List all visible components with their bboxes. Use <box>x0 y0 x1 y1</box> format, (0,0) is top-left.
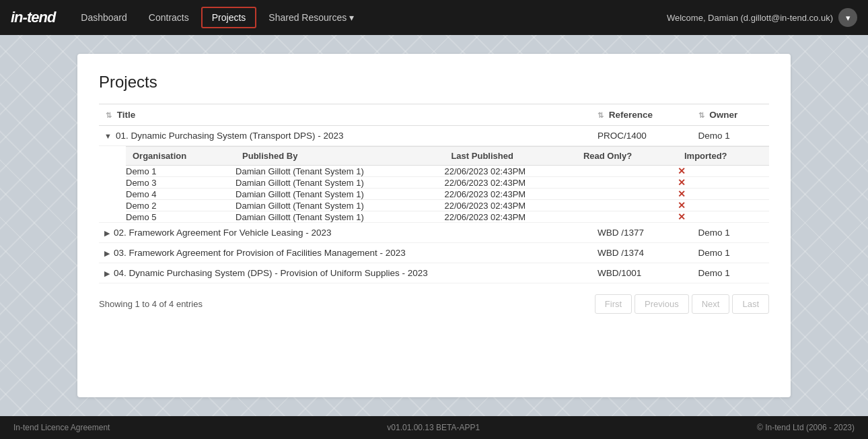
sub-table-row: Demo 2Damian Gillott (Tenant System 1)22… <box>126 200 769 211</box>
project-reference-cell: WBD /1377 <box>591 223 692 243</box>
project-row[interactable]: ▼01. Dynamic Purchasing System (Transpor… <box>99 126 769 146</box>
sub-imported: ✕ <box>678 200 769 211</box>
site-footer: In-tend Licence Agreement v01.01.00.13 B… <box>0 416 868 439</box>
sub-col-read-only: Read Only? <box>577 147 678 166</box>
sub-org: Demo 5 <box>126 211 236 223</box>
project-title-cell: ▶03. Framework Agreement for Provision o… <box>99 243 591 263</box>
sub-col-organisation: Organisation <box>126 147 236 166</box>
sub-published-by: Damian Gillott (Tenant System 1) <box>236 189 444 200</box>
footer-copyright: © In-tend Ltd (2006 - 2023) <box>757 423 855 432</box>
table-footer: Showing 1 to 4 of 4 entries First Previo… <box>99 294 769 314</box>
sub-published-by: Damian Gillott (Tenant System 1) <box>236 200 444 211</box>
sub-last-published: 22/06/2023 02:43PM <box>444 211 576 223</box>
sub-col-last-published: Last Published <box>444 147 576 166</box>
expanded-sub-table-cell: OrganisationPublished ByLast PublishedRe… <box>99 146 769 223</box>
sub-org: Demo 1 <box>126 166 236 177</box>
project-owner-cell: Demo 1 <box>692 243 769 263</box>
project-title-text: 02. Framework Agreement For Vehicle Leas… <box>114 228 331 238</box>
footer-version: v01.01.00.13 BETA-APP1 <box>387 423 480 432</box>
project-title-cell: ▶02. Framework Agreement For Vehicle Lea… <box>99 223 591 243</box>
project-reference-cell: WBD /1374 <box>591 243 692 263</box>
not-imported-icon: ✕ <box>678 189 686 199</box>
sort-icon-owner: ⇅ <box>698 111 704 119</box>
sort-icon-title: ⇅ <box>106 111 112 119</box>
project-owner-cell: Demo 1 <box>692 223 769 243</box>
nav-projects[interactable]: Projects <box>201 7 257 28</box>
not-imported-icon: ✕ <box>678 211 686 222</box>
welcome-text: Welcome, Damian (d.gillott@in-tend.co.uk… <box>667 13 833 23</box>
page-title: Projects <box>99 73 769 92</box>
project-title-text: 01. Dynamic Purchasing System (Transport… <box>116 131 344 141</box>
sub-read-only <box>577 189 678 200</box>
navbar: in-tend Dashboard Contracts Projects Sha… <box>0 0 868 35</box>
not-imported-icon: ✕ <box>678 177 686 188</box>
project-title-text: 04. Dynamic Purchasing System (DPS) - Pr… <box>114 268 428 278</box>
nav-shared-resources[interactable]: Shared Resources ▾ <box>259 8 363 27</box>
project-reference-cell: WBD/1001 <box>591 263 692 283</box>
project-title-cell: ▶04. Dynamic Purchasing System (DPS) - P… <box>99 263 591 283</box>
col-owner: ⇅ Owner <box>692 104 769 126</box>
col-reference: ⇅ Reference <box>591 104 692 126</box>
last-button[interactable]: Last <box>732 294 769 314</box>
footer-license[interactable]: In-tend Licence Agreement <box>13 423 110 432</box>
projects-card: Projects ⇅ Title ⇅ Reference ⇅ Owner <box>77 54 791 397</box>
sub-last-published: 22/06/2023 02:43PM <box>444 166 576 177</box>
next-button[interactable]: Next <box>692 294 730 314</box>
project-reference-cell: PROC/1400 <box>591 126 692 146</box>
sub-col-imported: Imported? <box>678 147 769 166</box>
nav-links: Dashboard Contracts Projects Shared Reso… <box>71 7 667 28</box>
project-row[interactable]: ▶03. Framework Agreement for Provision o… <box>99 243 769 263</box>
sub-table-row: Demo 3Damian Gillott (Tenant System 1)22… <box>126 177 769 189</box>
pagination: First Previous Next Last <box>595 294 769 314</box>
sub-imported: ✕ <box>678 211 769 223</box>
sub-table: OrganisationPublished ByLast PublishedRe… <box>126 146 769 222</box>
sub-imported: ✕ <box>678 177 769 189</box>
sub-last-published: 22/06/2023 02:43PM <box>444 189 576 200</box>
project-row[interactable]: ▶04. Dynamic Purchasing System (DPS) - P… <box>99 263 769 283</box>
previous-button[interactable]: Previous <box>635 294 689 314</box>
sub-last-published: 22/06/2023 02:43PM <box>444 200 576 211</box>
sub-published-by: Damian Gillott (Tenant System 1) <box>236 166 444 177</box>
expand-icon[interactable]: ▶ <box>104 249 110 257</box>
expand-icon[interactable]: ▶ <box>104 269 110 277</box>
sub-read-only <box>577 211 678 223</box>
project-row[interactable]: ▶02. Framework Agreement For Vehicle Lea… <box>99 223 769 243</box>
project-owner-cell: Demo 1 <box>692 126 769 146</box>
nav-right: Welcome, Damian (d.gillott@in-tend.co.uk… <box>667 8 857 27</box>
expanded-sub-table-row: OrganisationPublished ByLast PublishedRe… <box>99 146 769 223</box>
collapse-icon[interactable]: ▼ <box>104 132 112 140</box>
sub-table-row: Demo 4Damian Gillott (Tenant System 1)22… <box>126 189 769 200</box>
sub-org: Demo 3 <box>126 177 236 189</box>
col-title: ⇅ Title <box>99 104 591 126</box>
sub-read-only <box>577 177 678 189</box>
first-button[interactable]: First <box>595 294 632 314</box>
expand-icon[interactable]: ▶ <box>104 229 110 237</box>
nav-dashboard[interactable]: Dashboard <box>71 8 137 27</box>
showing-text: Showing 1 to 4 of 4 entries <box>99 299 203 309</box>
sub-read-only <box>577 200 678 211</box>
sub-imported: ✕ <box>678 166 769 177</box>
project-title-cell: ▼01. Dynamic Purchasing System (Transpor… <box>99 126 591 146</box>
projects-table: ⇅ Title ⇅ Reference ⇅ Owner ▼01. Dynamic… <box>99 104 769 283</box>
sub-imported: ✕ <box>678 189 769 200</box>
sort-icon-ref: ⇅ <box>598 111 604 119</box>
project-title-text: 03. Framework Agreement for Provision of… <box>114 248 406 258</box>
sub-published-by: Damian Gillott (Tenant System 1) <box>236 211 444 223</box>
sub-table-row: Demo 1Damian Gillott (Tenant System 1)22… <box>126 166 769 177</box>
nav-contracts[interactable]: Contracts <box>139 8 198 27</box>
not-imported-icon: ✕ <box>678 200 686 211</box>
sub-col-published-by: Published By <box>236 147 444 166</box>
brand-logo: in-tend <box>11 9 55 26</box>
page-background: Projects ⇅ Title ⇅ Reference ⇅ Owner <box>0 35 868 416</box>
not-imported-icon: ✕ <box>678 166 686 176</box>
sub-org: Demo 4 <box>126 189 236 200</box>
project-owner-cell: Demo 1 <box>692 263 769 283</box>
sub-read-only <box>577 166 678 177</box>
sub-last-published: 22/06/2023 02:43PM <box>444 177 576 189</box>
sub-org: Demo 2 <box>126 200 236 211</box>
user-icon[interactable]: ▾ <box>838 8 857 27</box>
sub-table-row: Demo 5Damian Gillott (Tenant System 1)22… <box>126 211 769 223</box>
sub-published-by: Damian Gillott (Tenant System 1) <box>236 177 444 189</box>
